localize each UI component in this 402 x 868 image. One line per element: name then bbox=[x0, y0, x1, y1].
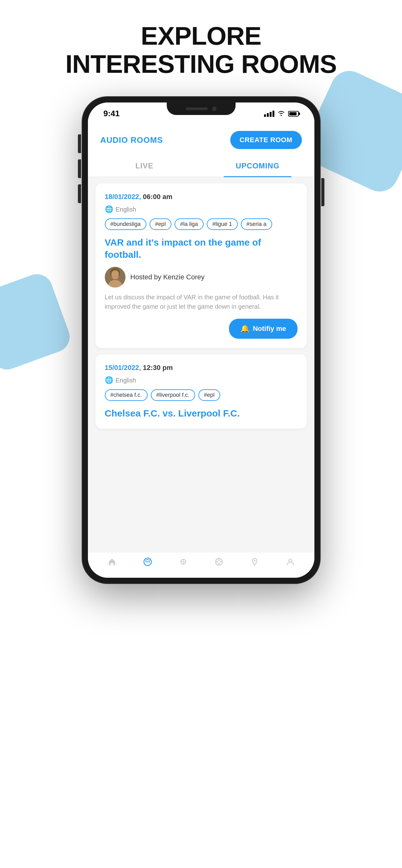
tag-laliga[interactable]: #la liga bbox=[175, 218, 204, 230]
wifi-icon bbox=[278, 110, 285, 118]
svg-point-6 bbox=[145, 561, 147, 562]
battery-icon bbox=[288, 111, 299, 117]
globe-icon-1: 🌐 bbox=[105, 205, 113, 213]
tag-ligue1[interactable]: #ligue 1 bbox=[207, 218, 238, 230]
page-title-line2: INTERESTING ROOMS bbox=[65, 50, 337, 78]
language-label-2: English bbox=[116, 377, 136, 384]
room-tags-2: #chelsea f.c. #liverpool f.c. #epl bbox=[105, 389, 297, 401]
tag-epl-2[interactable]: #epl bbox=[198, 389, 220, 401]
app-header: AUDIO ROOMS CREATE ROOM bbox=[88, 122, 314, 155]
content-area: 18/01/2022, 06:00 am 🌐 English #bundesli… bbox=[88, 177, 314, 552]
host-name-1: Hosted by Kenzie Corey bbox=[131, 273, 205, 281]
audio-rooms-icon bbox=[143, 557, 152, 568]
create-room-button[interactable]: CREATE ROOM bbox=[230, 131, 302, 149]
room-title-2: Chelsea F.C. vs. Liverpool F.C. bbox=[105, 407, 297, 419]
room-title-1: VAR and it's impact on the game of footb… bbox=[105, 236, 297, 260]
tag-epl[interactable]: #epl bbox=[149, 218, 171, 230]
room-date-1: 18/01/2022, 06:00 am bbox=[105, 193, 297, 201]
phone-screen: 9:41 bbox=[88, 102, 314, 578]
profile-icon bbox=[286, 557, 295, 568]
games-icon bbox=[179, 557, 188, 568]
home-icon bbox=[108, 557, 116, 568]
notify-label-1: Notifiy me bbox=[253, 324, 286, 333]
svg-point-8 bbox=[149, 561, 150, 562]
notch-camera bbox=[212, 106, 217, 111]
phone-mockup-wrapper: 9:41 bbox=[0, 97, 402, 583]
signal-bars-icon bbox=[264, 111, 275, 117]
room-card-1: 18/01/2022, 06:00 am 🌐 English #bundesli… bbox=[95, 183, 307, 348]
host-avatar-image-1 bbox=[105, 267, 125, 287]
phone-notch bbox=[167, 102, 236, 115]
svg-point-7 bbox=[147, 561, 148, 562]
room-host-1: Hosted by Kenzie Corey bbox=[105, 267, 297, 287]
notch-speaker bbox=[186, 107, 208, 110]
tab-upcoming[interactable]: UPCOMING bbox=[201, 155, 314, 177]
app-content: AUDIO ROOMS CREATE ROOM LIVE UPCOMING bbox=[88, 122, 314, 578]
room-date-blue-2: 15/01/2022, bbox=[105, 364, 141, 372]
sports-icon bbox=[214, 557, 223, 568]
room-language-1: 🌐 English bbox=[105, 205, 297, 213]
audio-rooms-label: AUDIO ROOMS bbox=[100, 135, 163, 145]
svg-point-17 bbox=[254, 560, 255, 561]
nav-item-location[interactable] bbox=[250, 557, 259, 568]
nav-item-home[interactable] bbox=[108, 557, 116, 568]
language-label-1: English bbox=[116, 206, 136, 213]
tag-bundesliga[interactable]: #bundesliga bbox=[105, 218, 146, 230]
room-date-2: 15/01/2022, 12:30 pm bbox=[105, 364, 297, 372]
room-tags-1: #bundesliga #epl #la liga #ligue 1 #seri… bbox=[105, 218, 297, 230]
phone-frame: 9:41 bbox=[82, 97, 320, 583]
nav-item-audio[interactable] bbox=[143, 557, 152, 568]
status-icons bbox=[264, 110, 299, 118]
room-time-1: 06:00 am bbox=[143, 193, 172, 200]
svg-point-4 bbox=[111, 270, 119, 278]
notify-me-button-1[interactable]: 🔔 Notifiy me bbox=[229, 319, 297, 339]
bottom-nav bbox=[88, 552, 314, 578]
room-date-blue-1: 18/01/2022, bbox=[105, 193, 141, 200]
globe-icon-2: 🌐 bbox=[105, 376, 113, 384]
page-title-section: EXPLORE INTERESTING ROOMS bbox=[0, 0, 402, 78]
status-time: 9:41 bbox=[104, 109, 120, 118]
room-time-2: 12:30 pm bbox=[143, 364, 173, 372]
room-description-1: Let us discuss the impact of VAR in the … bbox=[105, 292, 297, 311]
room-language-2: 🌐 English bbox=[105, 376, 297, 384]
svg-point-18 bbox=[289, 559, 292, 562]
location-icon bbox=[250, 557, 259, 568]
host-avatar-1 bbox=[105, 267, 125, 287]
tabs-container: LIVE UPCOMING bbox=[88, 155, 314, 177]
tag-chelsea[interactable]: #chelsea f.c. bbox=[105, 389, 148, 401]
nav-item-sports[interactable] bbox=[214, 557, 223, 568]
page-title-line1: EXPLORE bbox=[141, 22, 261, 50]
nav-item-profile[interactable] bbox=[286, 557, 295, 568]
room-card-2: 15/01/2022, 12:30 pm 🌐 English #chelsea … bbox=[95, 354, 307, 429]
tag-seriaa[interactable]: #seria a bbox=[241, 218, 272, 230]
tag-liverpool[interactable]: #liverpool f.c. bbox=[151, 389, 195, 401]
nav-item-games[interactable] bbox=[179, 557, 188, 568]
notify-bell-icon: 🔔 bbox=[240, 324, 250, 333]
tab-live[interactable]: LIVE bbox=[88, 155, 201, 177]
